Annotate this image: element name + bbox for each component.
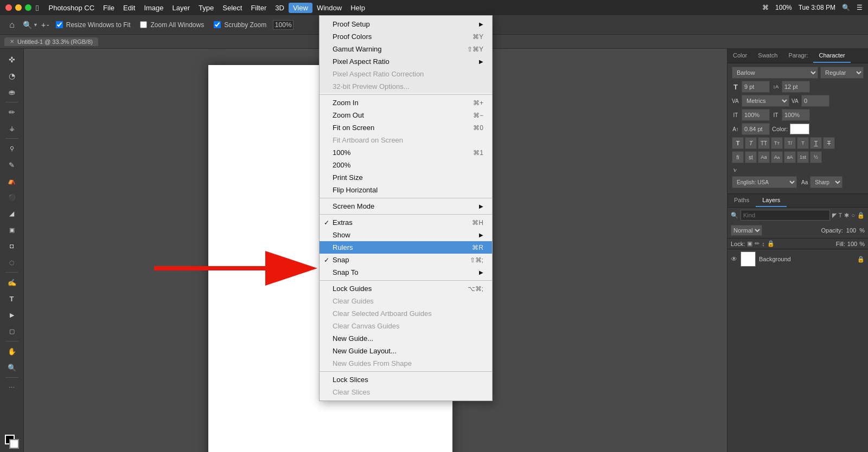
clone-stamp-tool[interactable]: ⛺: [4, 173, 20, 189]
home-icon[interactable]: ⌂: [4, 17, 20, 33]
language-select[interactable]: English: USA: [732, 176, 797, 188]
filter-pixel-icon[interactable]: ◤: [832, 212, 837, 219]
menu-item-zoom-out[interactable]: Zoom Out ⌘−: [320, 109, 492, 121]
type-tool[interactable]: T: [4, 291, 20, 306]
menu-item-snap[interactable]: ✓ Snap ⇧⌘;: [320, 254, 492, 266]
selection-tool[interactable]: ◔: [4, 68, 20, 83]
menu-image[interactable]: Image: [139, 3, 168, 13]
menu-item-new-guide[interactable]: New Guide...: [320, 332, 492, 345]
zoom-tool[interactable]: 🔍: [4, 360, 20, 375]
color-swatch[interactable]: [790, 124, 809, 134]
zoom-in-button[interactable]: +: [41, 21, 46, 29]
menu-item-screen-mode[interactable]: Screen Mode ▶: [320, 200, 492, 212]
gradient-tool[interactable]: ▣: [4, 222, 20, 237]
menu-item-new-guide-layout[interactable]: New Guide Layout...: [320, 345, 492, 357]
scrubby-zoom-checkbox-label[interactable]: Scrubby Zoom: [210, 20, 270, 30]
menu-item-snap-to[interactable]: Snap To ▶: [320, 266, 492, 279]
move-tool[interactable]: ✜: [4, 52, 20, 67]
lasso-tool[interactable]: ⛂: [4, 85, 20, 100]
menu-item-print-size[interactable]: Print Size: [320, 171, 492, 184]
menu-item-zoom-in[interactable]: Zoom In ⌘+: [320, 96, 492, 109]
lock-all-icon[interactable]: 🔒: [767, 240, 775, 247]
traffic-lights[interactable]: [5, 4, 31, 11]
ordinals-button[interactable]: Aa: [758, 151, 770, 163]
menu-item-proof-setup[interactable]: Proof Setup ▶: [320, 18, 492, 30]
menu-item-gamut-warning[interactable]: Gamut Warning ⇧⌘Y: [320, 43, 492, 55]
filter-smart-icon[interactable]: 🔒: [857, 212, 865, 219]
document-tab[interactable]: ✕ Untitled-1 @ 33.3% (RGB/8): [4, 37, 98, 46]
minimize-button[interactable]: [15, 4, 22, 11]
titling-button[interactable]: aA: [784, 151, 796, 163]
font-family-select[interactable]: Barlow: [732, 67, 818, 79]
menu-item-lock-guides[interactable]: Lock Guides ⌥⌘;: [320, 282, 492, 295]
hand-tool[interactable]: ✋: [4, 344, 20, 359]
discretionary-button[interactable]: ½: [810, 151, 822, 163]
bold-button[interactable]: T: [732, 137, 744, 149]
menu-item-lock-slices[interactable]: Lock Slices: [320, 373, 492, 386]
menu-window[interactable]: Window: [312, 3, 346, 13]
eraser-tool[interactable]: ◢: [4, 206, 20, 221]
menu-photoshop[interactable]: Photoshop CC: [44, 3, 99, 13]
history-brush-tool[interactable]: ⚫: [4, 190, 20, 205]
path-selection-tool[interactable]: ▶: [4, 307, 20, 322]
notification-icon[interactable]: ☰: [857, 4, 863, 11]
resize-windows-checkbox-label[interactable]: Resize Windows to Fit: [53, 20, 134, 30]
scale-h-input[interactable]: [742, 109, 770, 121]
filter-type-icon[interactable]: ✱: [844, 212, 849, 219]
allcaps-button[interactable]: TT: [758, 137, 770, 149]
subscript-button[interactable]: T: [797, 137, 809, 149]
close-button[interactable]: [5, 4, 12, 11]
menu-edit[interactable]: Edit: [119, 3, 139, 13]
menu-file[interactable]: File: [99, 3, 119, 13]
oldstyle-button[interactable]: st: [745, 151, 757, 163]
eyedropper-tool[interactable]: ⚶: [4, 121, 20, 136]
menu-layer[interactable]: Layer: [168, 3, 195, 13]
smallcaps-button[interactable]: TT: [771, 137, 783, 149]
menu-item-extras[interactable]: ✓ Extras ⌘H: [320, 216, 492, 229]
blend-mode-select[interactable]: Normal: [731, 225, 762, 236]
tab-swatch[interactable]: Swatch: [752, 49, 783, 63]
blur-tool[interactable]: ◘: [4, 238, 20, 254]
menu-item-pixel-aspect-ratio[interactable]: Pixel Aspect Ratio ▶: [320, 55, 492, 68]
swash-button[interactable]: Aa: [771, 151, 783, 163]
lock-position-icon[interactable]: ✏: [755, 240, 760, 247]
zoom-all-checkbox[interactable]: [140, 21, 147, 28]
dodge-tool[interactable]: ◌: [4, 255, 20, 270]
shape-tool[interactable]: ▢: [4, 324, 20, 339]
tab-layers[interactable]: Layers: [756, 194, 787, 207]
menu-item-100[interactable]: 100% ⌘1: [320, 146, 492, 159]
font-size-input[interactable]: [742, 81, 770, 93]
leading-input[interactable]: [782, 81, 810, 93]
zoom-value-input[interactable]: [273, 20, 293, 30]
lock-pixel-icon[interactable]: ▣: [747, 240, 752, 247]
menu-item-proof-colors[interactable]: Proof Colors ⌘Y: [320, 30, 492, 43]
menu-view[interactable]: View: [289, 3, 312, 13]
ligature-fi-button[interactable]: fi: [732, 151, 744, 163]
menu-3d[interactable]: 3D: [271, 3, 289, 13]
baseline-input[interactable]: [742, 123, 770, 135]
tab-paragraph[interactable]: Paragr:: [783, 49, 813, 63]
menu-help[interactable]: Help: [346, 3, 369, 13]
healing-brush-tool[interactable]: ⚲: [4, 141, 20, 156]
crop-tool[interactable]: ✏: [4, 105, 20, 120]
tracking-input[interactable]: [801, 95, 829, 107]
resize-windows-checkbox[interactable]: [56, 21, 63, 28]
lock-artboard-icon[interactable]: ↕: [762, 241, 765, 247]
zoom-dropdown-arrow[interactable]: ▼: [33, 22, 38, 28]
menu-item-show[interactable]: Show ▶: [320, 229, 492, 241]
search-icon[interactable]: 🔍: [842, 4, 850, 11]
zoom-icon[interactable]: 🔍: [23, 21, 32, 29]
menu-select[interactable]: Select: [218, 3, 246, 13]
filter-shape-icon[interactable]: ○: [851, 212, 855, 219]
layer-item-background[interactable]: 👁 Background 🔒: [727, 249, 868, 269]
kerning-select[interactable]: Metrics: [742, 95, 789, 107]
contextual-button[interactable]: 1st: [797, 151, 809, 163]
zoom-all-checkbox-label[interactable]: Zoom All Windows: [137, 20, 207, 30]
scrubby-zoom-checkbox[interactable]: [214, 21, 221, 28]
zoom-out-button[interactable]: -: [47, 21, 49, 29]
layer-visibility-icon[interactable]: 👁: [731, 255, 737, 263]
strikethrough-button[interactable]: T: [823, 137, 835, 149]
tab-paths[interactable]: Paths: [727, 194, 756, 207]
italic-button[interactable]: T: [745, 137, 757, 149]
filter-adjust-icon[interactable]: T: [839, 212, 843, 219]
